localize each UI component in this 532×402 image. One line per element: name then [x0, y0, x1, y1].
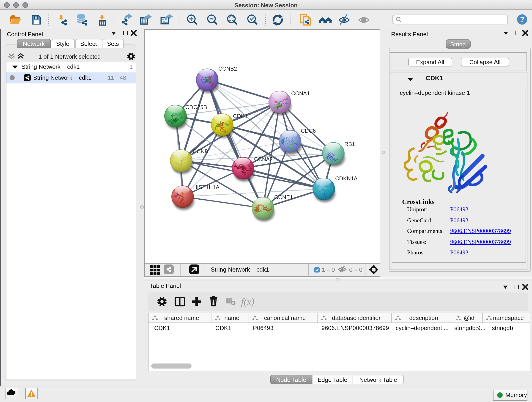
- svg-text:CCNB1: CCNB1: [192, 148, 211, 154]
- svg-text:database identifier: database identifier: [332, 314, 380, 321]
- svg-text:RB1: RB1: [344, 141, 355, 147]
- svg-text:canonical name: canonical name: [264, 314, 305, 321]
- svg-text:shared name: shared name: [164, 314, 199, 321]
- svg-text:@id: @id: [463, 314, 474, 321]
- svg-text:CDK1: CDK1: [233, 113, 247, 119]
- svg-text:1 – 0: 1 – 0: [322, 266, 335, 273]
- svg-text:CCNB2: CCNB2: [218, 65, 237, 71]
- svg-text:name: name: [224, 314, 239, 321]
- svg-text:namespace: namespace: [493, 314, 524, 321]
- svg-text:CCNA2: CCNA2: [254, 156, 272, 162]
- svg-text:description: description: [409, 314, 438, 321]
- svg-text:f(x): f(x): [241, 296, 254, 307]
- svg-text:CDC6: CDC6: [301, 128, 316, 134]
- svg-text:?: ?: [520, 15, 525, 24]
- svg-text:CCNA1: CCNA1: [291, 90, 310, 96]
- svg-text:CDKN1A: CDKN1A: [335, 175, 357, 181]
- svg-text:HIST1H1A: HIST1H1A: [193, 184, 219, 190]
- svg-text:String Network – cdk1: String Network – cdk1: [210, 266, 269, 273]
- svg-text:CCNE1: CCNE1: [274, 194, 293, 200]
- svg-text:CDC25B: CDC25B: [185, 104, 207, 110]
- svg-text:0 – 0: 0 – 0: [349, 266, 362, 273]
